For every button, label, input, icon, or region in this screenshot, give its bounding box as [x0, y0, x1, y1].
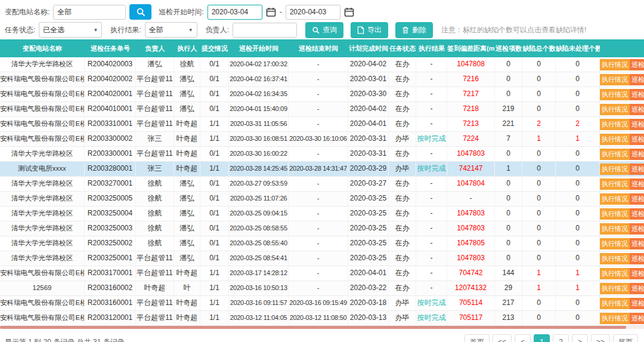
table-row[interactable]: 12569R2003160002叶奇超叶1/12020-03-16 10:50:…	[0, 281, 644, 296]
table-row[interactable]: 安科瑞电气股份有限公司E楼R2004020002平台超管11潘弘0/12020-…	[0, 72, 644, 87]
export-button[interactable]: 导出	[351, 22, 388, 38]
page-button[interactable]: 首页	[465, 334, 490, 342]
exec-status-button[interactable]: 执行情况	[600, 208, 630, 220]
cell-defects_total[interactable]: 1	[522, 281, 556, 295]
delete-button[interactable]: 删除	[395, 22, 433, 38]
cell-defects_open: 0	[556, 221, 600, 236]
patrol-detail-button[interactable]: 巡检明细	[630, 134, 644, 145]
table-row[interactable]: 清华大学光华路校区R2004020003潘弘徐航0/12020-04-02 17…	[0, 57, 644, 72]
exec-status-button[interactable]: 执行情况	[600, 164, 630, 175]
exec-status-button[interactable]: 执行情况	[600, 134, 630, 145]
cell-defects_total[interactable]: 1	[522, 266, 556, 281]
table-row[interactable]: 安科瑞电气股份有限公司E楼R2003120001平台超管11叶奇超1/12020…	[0, 311, 644, 326]
table-row[interactable]: 安科瑞电气股份有限公司E楼R2004010001平台超管11潘弘0/12020-…	[0, 102, 644, 117]
patrol-detail-button[interactable]: 巡检明细	[630, 104, 644, 115]
patrol-detail-button[interactable]: 巡检明细	[630, 119, 644, 130]
cell-deviation: 1047803	[447, 147, 495, 161]
cell-submit: 1/1	[200, 162, 229, 176]
exec-status-button[interactable]: 执行情况	[600, 89, 630, 100]
station-search-button[interactable]	[129, 4, 151, 20]
exec-status-button[interactable]: 执行情况	[600, 313, 630, 324]
query-button[interactable]: 查询	[305, 22, 343, 38]
exec-status-button[interactable]: 执行情况	[600, 238, 630, 249]
exec-status-button[interactable]: 执行情况	[600, 283, 630, 294]
cell-defects_open[interactable]: 1	[556, 281, 600, 295]
patrol-detail-button[interactable]: 巡检明细	[630, 223, 644, 235]
horizontal-scrollbar-thumb[interactable]	[0, 326, 626, 329]
patrol-detail-button[interactable]: 巡检明细	[630, 283, 644, 294]
table-row[interactable]: 安科瑞电气股份有限公司E楼R2003170001平台超管11叶奇超1/12020…	[0, 266, 644, 281]
cell-owner: 徐航	[136, 177, 174, 191]
patrol-detail-button[interactable]: 巡检明细	[630, 59, 644, 70]
cell-defects_total[interactable]: 2	[522, 117, 556, 131]
cell-defects_total[interactable]: 1	[522, 132, 556, 146]
exec-status-button[interactable]: 执行情况	[600, 74, 630, 85]
table-row[interactable]: 清华大学光华路校区R2003250003徐航潘弘0/12020-03-25 08…	[0, 221, 644, 236]
date-to-input[interactable]	[286, 5, 340, 20]
exec-status-button[interactable]: 执行情况	[600, 104, 630, 115]
column-header: 缺陷总个数	[522, 39, 556, 57]
patrol-detail-button[interactable]: 巡检明细	[630, 89, 644, 100]
patrol-detail-button[interactable]: 巡检明细	[630, 149, 644, 160]
patrol-detail-button[interactable]: 巡检明细	[630, 178, 644, 190]
table-row[interactable]: 安科瑞电气股份有限公司E楼R2003300002张三叶奇超1/12020-03-…	[0, 132, 644, 147]
date-to-calendar-button[interactable]	[344, 7, 354, 17]
table-row[interactable]: 安科瑞电气股份有限公司E楼R2003310001平台超管11叶奇超1/12020…	[0, 117, 644, 132]
exec-status-button[interactable]: 执行情况	[600, 59, 630, 70]
table-row[interactable]: 清华大学光华路校区R2003250002徐航潘弘0/12020-03-25 08…	[0, 236, 644, 251]
table-row[interactable]: 清华大学光华路校区R2003250001平台超管11潘弘0/12020-03-2…	[0, 251, 644, 266]
cell-status: 办毕	[389, 296, 416, 310]
search-icon	[136, 7, 145, 17]
task-status-select[interactable]: 已全选 ▼	[39, 22, 102, 38]
patrol-detail-button[interactable]: 巡检明细	[630, 208, 644, 220]
page-button[interactable]: <	[515, 334, 531, 342]
cell-end: -	[289, 251, 348, 266]
date-from-input[interactable]	[208, 5, 262, 20]
page-button[interactable]: 2	[553, 334, 569, 342]
station-name-input[interactable]	[53, 5, 126, 20]
table-row[interactable]: 安科瑞电气股份有限公司E楼R2004020001平台超管11潘弘0/12020-…	[0, 87, 644, 102]
cell-defects_open[interactable]: 2	[556, 117, 600, 131]
exec-status-button[interactable]: 执行情况	[600, 193, 630, 205]
table-row[interactable]: 清华大学光华路校区R2003270001徐航潘弘0/12020-03-27 09…	[0, 177, 644, 192]
page-button[interactable]: <<	[493, 334, 512, 342]
page-button[interactable]: >>	[591, 334, 610, 342]
patrol-detail-button[interactable]: 巡检明细	[630, 74, 644, 85]
cell-end: -	[289, 236, 348, 251]
cell-executor: 潘弘	[174, 72, 200, 87]
table-row[interactable]: 测试变电所xxxxR2003280001张三叶奇超1/12020-03-28 1…	[0, 162, 644, 177]
patrol-detail-button[interactable]: 巡检明细	[630, 253, 644, 264]
task-status-label: 任务状态:	[5, 25, 35, 35]
exec-status-button[interactable]: 执行情况	[600, 298, 630, 309]
exec-status-button[interactable]: 执行情况	[600, 178, 630, 190]
exec-status-button[interactable]: 执行情况	[600, 268, 630, 279]
date-from-calendar-button[interactable]	[266, 7, 276, 17]
page-button[interactable]: 1	[534, 334, 550, 342]
cell-detail-action: 巡检明细	[630, 57, 644, 72]
column-header: 提交情况	[200, 39, 229, 57]
exec-status-button[interactable]: 执行情况	[600, 149, 630, 160]
exec-result-select[interactable]: 全部 ▼	[145, 22, 197, 38]
cell-exec-action: 执行情况	[600, 102, 630, 116]
search-icon	[312, 26, 320, 34]
cell-defects_open[interactable]: 1	[556, 132, 600, 146]
patrol-detail-button[interactable]: 巡检明细	[630, 268, 644, 279]
patrol-detail-button[interactable]: 巡检明细	[630, 238, 644, 249]
patrol-detail-button[interactable]: 巡检明细	[630, 313, 644, 324]
table-row[interactable]: 安科瑞电气股份有限公司E楼R2003160001平台超管11叶奇超1/12020…	[0, 296, 644, 311]
page-button[interactable]: >	[572, 334, 588, 342]
owner-input[interactable]	[233, 23, 297, 38]
patrol-detail-button[interactable]: 巡检明细	[630, 193, 644, 205]
horizontal-scrollbar-track[interactable]	[0, 326, 644, 329]
cell-submit: 0/1	[200, 177, 229, 191]
patrol-detail-button[interactable]: 巡检明细	[630, 298, 644, 309]
exec-status-button[interactable]: 执行情况	[600, 119, 630, 130]
page-button[interactable]: 尾页	[613, 334, 638, 342]
patrol-detail-button[interactable]: 巡检明细	[630, 164, 644, 175]
table-row[interactable]: 清华大学光华路校区R2003250005徐航潘弘0/12020-03-25 11…	[0, 192, 644, 207]
cell-defects_open[interactable]: 1	[556, 266, 600, 281]
exec-status-button[interactable]: 执行情况	[600, 223, 630, 235]
exec-status-button[interactable]: 执行情况	[600, 253, 630, 264]
table-row[interactable]: 清华大学光华路校区R2003250004徐航潘弘0/12020-03-25 09…	[0, 207, 644, 221]
table-row[interactable]: 清华大学光华路校区R2003300001平台超管11叶奇超0/12020-03-…	[0, 147, 644, 162]
